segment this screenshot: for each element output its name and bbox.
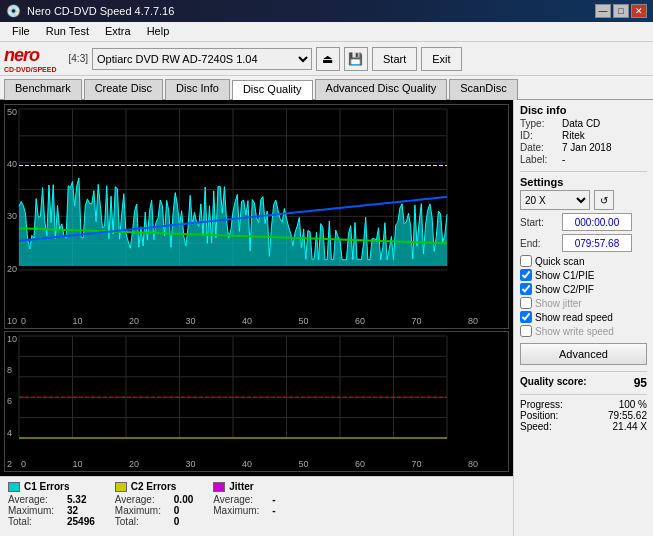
show-jitter-row: Show jitter [520, 297, 647, 309]
exit-button[interactable]: Exit [421, 47, 461, 71]
show-c1pie-label: Show C1/PIE [535, 270, 594, 281]
show-read-speed-row: Show read speed [520, 311, 647, 323]
show-read-speed-label: Show read speed [535, 312, 613, 323]
window-title: Nero CD-DVD Speed 4.7.7.16 [27, 5, 174, 17]
settings-section: Settings 20 X ↺ Start: End: Quick scan [520, 176, 647, 365]
disc-label-row: Label: - [520, 154, 647, 165]
quality-section: Quality score: 95 Progress: 100 % Positi… [520, 376, 647, 432]
y-labels-right-top: 48403224168 [5, 280, 508, 292]
divider-2 [520, 371, 647, 372]
show-c2pif-label: Show C2/PIF [535, 284, 594, 295]
c1-errors-label: C1 Errors [24, 481, 70, 492]
logo: nero CD·DVD/SPEED [4, 45, 57, 73]
eject-button[interactable]: ⏏ [316, 47, 340, 71]
c1-color-box [8, 482, 20, 492]
tab-disc-quality[interactable]: Disc Quality [232, 80, 313, 101]
show-c2pif-row: Show C2/PIF [520, 283, 647, 295]
minimize-button[interactable]: — [595, 4, 611, 18]
title-bar-left: 💿 Nero CD-DVD Speed 4.7.7.16 [6, 4, 174, 18]
quick-scan-row: Quick scan [520, 255, 647, 267]
quality-score-row: Quality score: 95 [520, 376, 647, 390]
y-labels-left-bottom: 108642 [7, 332, 17, 471]
chart-panel: 48403224168 5040302010 01020304050607080… [0, 100, 513, 536]
disc-type-row: Type: Data CD [520, 118, 647, 129]
tab-create-disc[interactable]: Create Disc [84, 79, 163, 100]
end-time-row: End: [520, 234, 647, 252]
disc-info-title: Disc info [520, 104, 647, 116]
disc-id-row: ID: Ritek [520, 130, 647, 141]
jitter-maximum-label: Maximum: [213, 505, 268, 516]
x-labels-bottom: 01020304050607080 [21, 459, 478, 469]
end-time-input[interactable] [562, 234, 632, 252]
quick-scan-label: Quick scan [535, 256, 584, 267]
c2-maximum-value: 0 [174, 505, 180, 516]
c2-maximum-label: Maximum: [115, 505, 170, 516]
divider-3 [520, 394, 647, 395]
date-value: 7 Jan 2018 [562, 142, 612, 153]
label-value: - [562, 154, 565, 165]
c2-average-label: Average: [115, 494, 170, 505]
save-button[interactable]: 💾 [344, 47, 368, 71]
advanced-button[interactable]: Advanced [520, 343, 647, 365]
close-button[interactable]: ✕ [631, 4, 647, 18]
drive-select[interactable]: Optiarc DVD RW AD-7240S 1.04 [92, 48, 312, 70]
charts-container: 48403224168 5040302010 01020304050607080… [0, 100, 513, 476]
menu-file[interactable]: File [4, 24, 38, 39]
title-bar-controls[interactable]: — □ ✕ [595, 4, 647, 18]
speed-row: 20 X ↺ [520, 190, 647, 210]
c1-total-label: Total: [8, 516, 63, 527]
chart-top: 48403224168 5040302010 01020304050607080 [4, 104, 509, 329]
c1-total-value: 25496 [67, 516, 95, 527]
tab-benchmark[interactable]: Benchmark [4, 79, 82, 100]
title-bar: 💿 Nero CD-DVD Speed 4.7.7.16 — □ ✕ [0, 0, 653, 22]
start-time-label: Start: [520, 217, 558, 228]
label-label: Label: [520, 154, 558, 165]
menu-run-test[interactable]: Run Test [38, 24, 97, 39]
c1-maximum-label: Maximum: [8, 505, 63, 516]
c2-color-box [115, 482, 127, 492]
main-content: 48403224168 5040302010 01020304050607080… [0, 100, 653, 536]
show-c1pie-checkbox[interactable] [520, 269, 532, 281]
legend-jitter: Jitter Average: - Maximum: - [213, 481, 275, 532]
show-c2pif-checkbox[interactable] [520, 283, 532, 295]
speed-label: Speed: [520, 421, 552, 432]
maximize-button[interactable]: □ [613, 4, 629, 18]
menu-bar: File Run Test Extra Help [0, 22, 653, 42]
disc-info-section: Disc info Type: Data CD ID: Ritek Date: … [520, 104, 647, 165]
start-time-input[interactable] [562, 213, 632, 231]
tab-scandisc[interactable]: ScanDisc [449, 79, 517, 100]
show-write-speed-checkbox[interactable] [520, 325, 532, 337]
show-read-speed-checkbox[interactable] [520, 311, 532, 323]
c2-errors-label: C2 Errors [131, 481, 177, 492]
y-labels-left-top: 5040302010 [7, 105, 17, 328]
nero-logo-text: nero [4, 45, 57, 66]
show-c1pie-row: Show C1/PIE [520, 269, 647, 281]
legend-c1-errors: C1 Errors Average: 5.32 Maximum: 32 Tota… [8, 481, 95, 532]
disc-date-row: Date: 7 Jan 2018 [520, 142, 647, 153]
show-jitter-checkbox[interactable] [520, 297, 532, 309]
nero-sub-text: CD·DVD/SPEED [4, 66, 57, 73]
sidebar: Disc info Type: Data CD ID: Ritek Date: … [513, 100, 653, 536]
c2-average-value: 0.00 [174, 494, 193, 505]
settings-title: Settings [520, 176, 647, 188]
id-value: Ritek [562, 130, 585, 141]
toolbar: nero CD·DVD/SPEED [4:3] Optiarc DVD RW A… [0, 42, 653, 76]
menu-extra[interactable]: Extra [97, 24, 139, 39]
show-jitter-label: Show jitter [535, 298, 582, 309]
c1-average-label: Average: [8, 494, 63, 505]
menu-help[interactable]: Help [139, 24, 178, 39]
speed-refresh-button[interactable]: ↺ [594, 190, 614, 210]
progress-value: 100 % [619, 399, 647, 410]
end-time-label: End: [520, 238, 558, 249]
tab-advanced-disc-quality[interactable]: Advanced Disc Quality [315, 79, 448, 100]
tab-disc-info[interactable]: Disc Info [165, 79, 230, 100]
start-button[interactable]: Start [372, 47, 417, 71]
quick-scan-checkbox[interactable] [520, 255, 532, 267]
jitter-average-label: Average: [213, 494, 268, 505]
drive-label: [4:3] [69, 53, 88, 64]
speed-select[interactable]: 20 X [520, 190, 590, 210]
jitter-label: Jitter [229, 481, 253, 492]
c2-total-label: Total: [115, 516, 170, 527]
legend: C1 Errors Average: 5.32 Maximum: 32 Tota… [0, 476, 513, 536]
progress-label: Progress: [520, 399, 563, 410]
